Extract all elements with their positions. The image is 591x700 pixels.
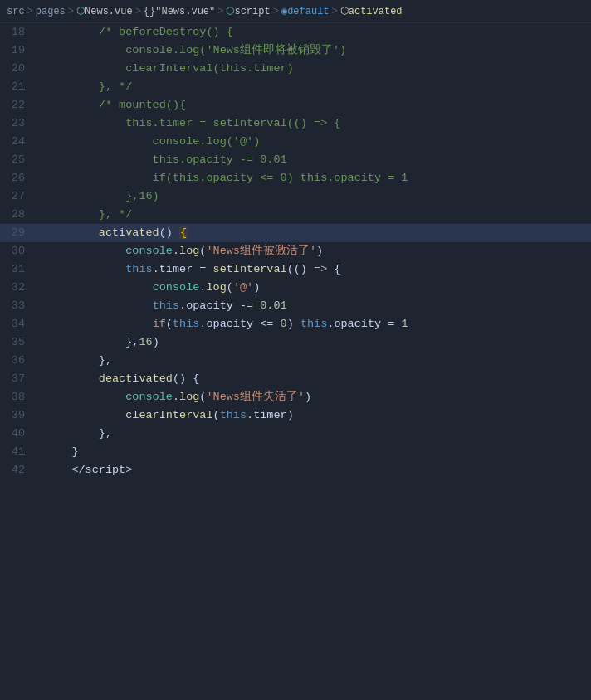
breadcrumb-script-icon: ⬡ <box>226 5 234 17</box>
code-content-41: } <box>38 443 591 461</box>
code-line-39: 39 clearInterval(this.timer) <box>0 406 591 425</box>
code-line-23: 23 this.timer = setInterval(() => { <box>0 114 591 133</box>
code-content-34: if(this.opacity <= 0) this.opacity = 1 <box>38 315 591 333</box>
line-num-34: 34 <box>0 315 35 333</box>
code-content-33: this.opacity -= 0.01 <box>38 297 591 315</box>
code-content-24: console.log('@') <box>38 133 591 151</box>
line-num-42: 42 <box>0 461 35 479</box>
code-line-33: 33 this.opacity -= 0.01 <box>0 297 591 315</box>
code-line-41: 41 } <box>0 443 591 461</box>
code-content-36: }, <box>38 352 591 370</box>
code-line-24: 24 console.log('@') <box>0 133 591 151</box>
code-content-19: console.log('News组件即将被销毁了') <box>38 41 591 60</box>
breadcrumb-activated-icon: ⬡ <box>340 5 349 17</box>
line-num-39: 39 <box>0 406 35 425</box>
code-content-18: /* beforeDestroy() { <box>38 23 591 41</box>
line-num-26: 26 <box>0 169 35 187</box>
code-content-25: this.opacity -= 0.01 <box>38 151 591 169</box>
code-line-28: 28 }, */ <box>0 206 591 224</box>
code-content-38: console.log('News组件失活了') <box>38 388 591 406</box>
code-line-27: 27 },16) <box>0 187 591 206</box>
bc-sep-5: > <box>273 6 279 17</box>
line-num-33: 33 <box>0 297 35 315</box>
code-line-22: 22 /* mounted(){ <box>0 96 591 114</box>
code-line-26: 26 if(this.opacity <= 0) this.opacity = … <box>0 169 591 187</box>
code-line-30: 30 console.log('News组件被激活了') <box>0 242 591 260</box>
code-content-42: </script> <box>38 461 591 479</box>
code-content-31: this.timer = setInterval(() => { <box>38 260 591 279</box>
breadcrumb-activated: activated <box>349 6 403 17</box>
bc-sep-6: > <box>332 6 338 17</box>
code-line-37: 37 deactivated() { <box>0 370 591 388</box>
code-line-31: 31 this.timer = setInterval(() => { <box>0 260 591 279</box>
line-num-19: 19 <box>0 41 35 60</box>
line-num-30: 30 <box>0 242 35 260</box>
breadcrumb-curly: {} <box>144 6 155 17</box>
code-line-21: 21 }, */ <box>0 78 591 96</box>
code-line-35: 35 },16) <box>0 333 591 352</box>
bc-sep-2: > <box>68 6 74 17</box>
code-line-38: 38 console.log('News组件失活了') <box>0 388 591 406</box>
breadcrumb-pages: pages <box>36 6 66 17</box>
breadcrumb-filename: News.vue <box>85 6 133 17</box>
code-content-37: deactivated() { <box>38 370 591 388</box>
code-line-34: 34 if(this.opacity <= 0) this.opacity = … <box>0 315 591 333</box>
code-content-29: activated() { <box>38 224 591 242</box>
code-content-23: this.timer = setInterval(() => { <box>38 114 591 133</box>
line-num-38: 38 <box>0 388 35 406</box>
line-num-40: 40 <box>0 425 35 443</box>
line-num-23: 23 <box>0 114 35 133</box>
line-num-27: 27 <box>0 187 35 206</box>
breadcrumb-bar: src > pages > ⬡ News.vue > {} "News.vue"… <box>0 0 591 23</box>
code-content-22: /* mounted(){ <box>38 96 591 114</box>
code-line-18: 18 /* beforeDestroy() { <box>0 23 591 41</box>
line-num-35: 35 <box>0 333 35 352</box>
bc-sep-1: > <box>27 6 33 17</box>
line-num-18: 18 <box>0 23 35 41</box>
code-editor: 18 /* beforeDestroy() { 19 console.log('… <box>0 23 591 479</box>
code-line-25: 25 this.opacity -= 0.01 <box>0 151 591 169</box>
line-num-29: 29 <box>0 224 35 242</box>
breadcrumb-default-icon: ◉ <box>281 5 287 17</box>
code-content-30: console.log('News组件被激活了') <box>38 242 591 260</box>
code-content-21: }, */ <box>38 78 591 96</box>
code-content-35: },16) <box>38 333 591 352</box>
bc-sep-3: > <box>135 6 141 17</box>
code-line-32: 32 console.log('@') <box>0 279 591 297</box>
line-num-21: 21 <box>0 78 35 96</box>
line-num-41: 41 <box>0 443 35 461</box>
breadcrumb-default: default <box>287 6 329 17</box>
code-content-39: clearInterval(this.timer) <box>38 406 591 425</box>
code-line-40: 40 }, <box>0 425 591 443</box>
code-content-26: if(this.opacity <= 0) this.opacity = 1 <box>38 169 591 187</box>
line-num-24: 24 <box>0 133 35 151</box>
line-num-20: 20 <box>0 60 35 78</box>
breadcrumb-quoted-file: "News.vue" <box>155 6 215 17</box>
code-content-40: }, <box>38 425 591 443</box>
bc-sep-4: > <box>217 6 223 17</box>
breadcrumb-vue-icon: ⬡ <box>76 5 85 17</box>
code-content-28: }, */ <box>38 206 591 224</box>
breadcrumb-script: script <box>234 6 270 17</box>
code-content-20: clearInterval(this.timer) <box>38 60 591 78</box>
code-line-19: 19 console.log('News组件即将被销毁了') <box>0 41 591 60</box>
code-line-29: 29 activated() { <box>0 224 591 242</box>
code-line-36: 36 }, <box>0 352 591 370</box>
code-line-42: 42 </script> <box>0 461 591 479</box>
line-num-25: 25 <box>0 151 35 169</box>
line-num-32: 32 <box>0 279 35 297</box>
code-content-32: console.log('@') <box>38 279 591 297</box>
line-num-36: 36 <box>0 352 35 370</box>
line-num-31: 31 <box>0 260 35 279</box>
code-content-27: },16) <box>38 187 591 206</box>
line-num-28: 28 <box>0 206 35 224</box>
line-num-22: 22 <box>0 96 35 114</box>
line-num-37: 37 <box>0 370 35 388</box>
code-line-20: 20 clearInterval(this.timer) <box>0 60 591 78</box>
breadcrumb-src: src <box>7 6 25 17</box>
